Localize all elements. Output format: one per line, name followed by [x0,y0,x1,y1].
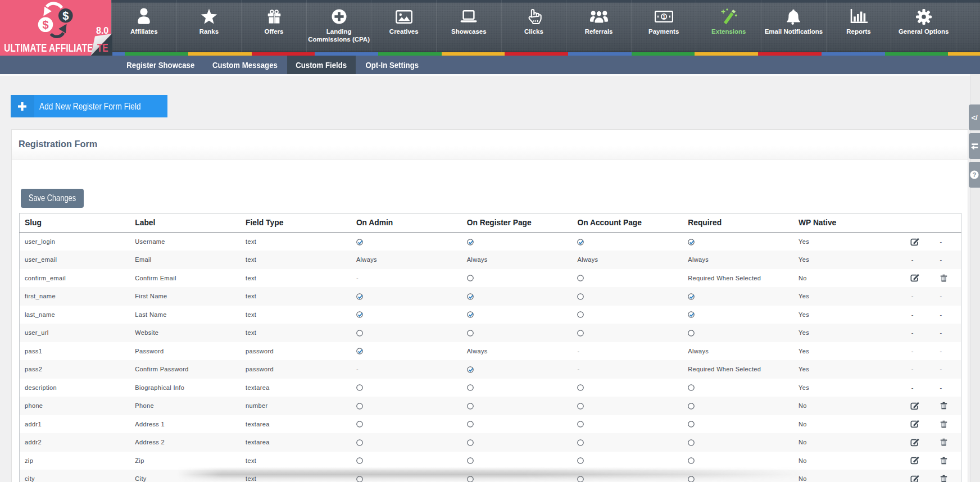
svg-text:$: $ [62,10,69,22]
svg-text:1: 1 [663,14,665,20]
svg-text:?: ? [972,171,976,178]
svg-text:$: $ [42,19,48,31]
